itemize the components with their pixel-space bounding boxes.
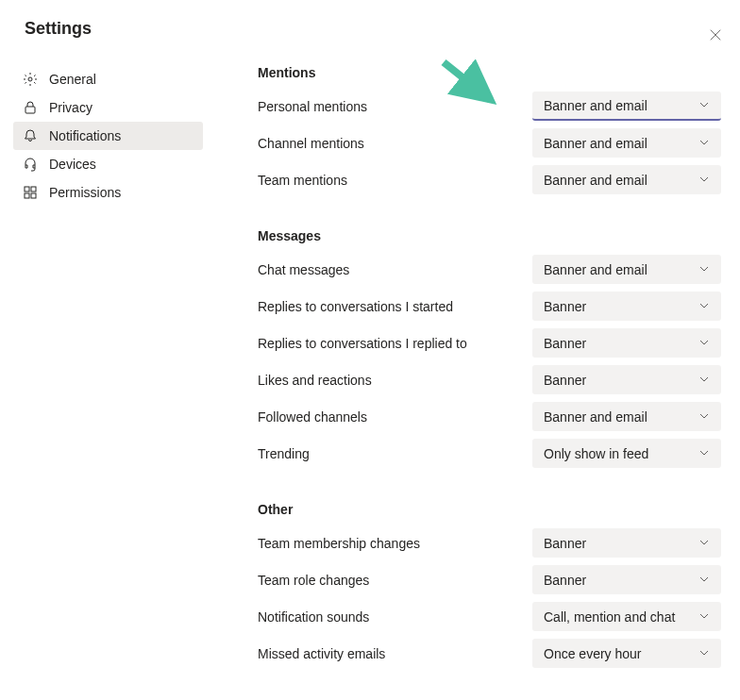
- label-channel-mentions: Channel mentions: [258, 136, 364, 151]
- chevron-down-icon: [698, 646, 710, 661]
- label-replies-started: Replies to conversations I started: [258, 299, 453, 314]
- chevron-down-icon: [698, 573, 710, 588]
- sidebar-item-general[interactable]: General: [13, 65, 203, 93]
- select-trending[interactable]: Only show in feed: [532, 439, 721, 468]
- label-team-mentions: Team mentions: [258, 173, 347, 188]
- content: Mentions Personal mentions Banner and em…: [203, 65, 740, 700]
- sidebar-item-permissions[interactable]: Permissions: [13, 178, 203, 207]
- svg-rect-3: [25, 107, 35, 113]
- row-trending: Trending Only show in feed: [258, 439, 721, 468]
- label-trending: Trending: [258, 446, 310, 461]
- svg-rect-7: [31, 193, 36, 198]
- select-replies-replied[interactable]: Banner: [532, 328, 721, 358]
- chevron-down-icon: [698, 262, 710, 277]
- label-likes-reactions: Likes and reactions: [258, 373, 372, 388]
- section-header-other: Other: [258, 502, 721, 517]
- sidebar-item-label: Permissions: [49, 185, 121, 200]
- row-channel-mentions: Channel mentions Banner and email: [258, 128, 721, 158]
- close-button[interactable]: [708, 28, 723, 43]
- row-team-membership-changes: Team membership changes Banner: [258, 528, 721, 558]
- select-value: Only show in feed: [544, 446, 648, 461]
- label-notification-sounds: Notification sounds: [258, 609, 369, 625]
- row-personal-mentions: Personal mentions Banner and email: [258, 92, 721, 121]
- headset-icon: [23, 157, 38, 172]
- row-notification-sounds: Notification sounds Call, mention and ch…: [258, 602, 721, 631]
- select-value: Banner: [544, 573, 586, 588]
- sidebar: General Privacy Notifications Devices Pe…: [0, 65, 203, 700]
- chevron-down-icon: [698, 609, 710, 625]
- chevron-down-icon: [698, 536, 710, 551]
- sidebar-item-notifications[interactable]: Notifications: [13, 122, 203, 150]
- sidebar-item-label: Notifications: [49, 128, 121, 143]
- close-icon: [709, 28, 722, 42]
- select-value: Banner and email: [544, 409, 648, 425]
- page-title: Settings: [25, 19, 740, 39]
- chevron-down-icon: [698, 173, 710, 188]
- select-followed-channels[interactable]: Banner and email: [532, 402, 721, 431]
- row-followed-channels: Followed channels Banner and email: [258, 402, 721, 431]
- sidebar-item-devices[interactable]: Devices: [13, 150, 203, 178]
- chevron-down-icon: [698, 373, 710, 388]
- label-team-role-changes: Team role changes: [258, 573, 369, 588]
- chevron-down-icon: [698, 409, 710, 425]
- select-value: Banner: [544, 373, 586, 388]
- chevron-down-icon: [698, 336, 710, 351]
- select-team-mentions[interactable]: Banner and email: [532, 165, 721, 194]
- select-value: Once every hour: [544, 646, 642, 661]
- row-team-mentions: Team mentions Banner and email: [258, 165, 721, 194]
- select-likes-reactions[interactable]: Banner: [532, 365, 721, 394]
- gear-icon: [23, 72, 38, 87]
- select-chat-messages[interactable]: Banner and email: [532, 255, 721, 284]
- select-missed-activity-emails[interactable]: Once every hour: [532, 639, 721, 668]
- select-value: Banner: [544, 336, 586, 351]
- sidebar-item-privacy[interactable]: Privacy: [13, 93, 203, 122]
- select-personal-mentions[interactable]: Banner and email: [532, 92, 721, 121]
- select-notification-sounds[interactable]: Call, mention and chat: [532, 602, 721, 631]
- apps-icon: [23, 185, 38, 200]
- sidebar-item-label: General: [49, 72, 96, 87]
- svg-rect-6: [25, 193, 29, 198]
- sidebar-item-label: Devices: [49, 157, 96, 172]
- bell-icon: [23, 128, 38, 143]
- select-channel-mentions[interactable]: Banner and email: [532, 128, 721, 158]
- row-team-role-changes: Team role changes Banner: [258, 565, 721, 594]
- row-likes-reactions: Likes and reactions Banner: [258, 365, 721, 394]
- lock-icon: [23, 100, 38, 115]
- select-value: Banner and email: [544, 262, 648, 277]
- label-team-membership-changes: Team membership changes: [258, 536, 420, 551]
- label-missed-activity-emails: Missed activity emails: [258, 646, 385, 661]
- select-value: Banner and email: [544, 173, 648, 188]
- svg-point-2: [28, 77, 32, 81]
- row-missed-activity-emails: Missed activity emails Once every hour: [258, 639, 721, 668]
- label-personal-mentions: Personal mentions: [258, 99, 367, 114]
- svg-rect-5: [31, 187, 36, 192]
- chevron-down-icon: [698, 98, 710, 113]
- section-header-mentions: Mentions: [258, 65, 721, 80]
- select-value: Banner: [544, 299, 586, 314]
- chevron-down-icon: [698, 446, 710, 461]
- select-replies-started[interactable]: Banner: [532, 292, 721, 321]
- select-team-role-changes[interactable]: Banner: [532, 565, 721, 594]
- row-chat-messages: Chat messages Banner and email: [258, 255, 721, 284]
- row-replies-started: Replies to conversations I started Banne…: [258, 292, 721, 321]
- select-value: Banner and email: [544, 136, 648, 151]
- chevron-down-icon: [698, 136, 710, 151]
- label-followed-channels: Followed channels: [258, 409, 367, 425]
- label-replies-replied: Replies to conversations I replied to: [258, 336, 467, 351]
- row-replies-replied: Replies to conversations I replied to Ba…: [258, 328, 721, 358]
- select-value: Call, mention and chat: [544, 609, 675, 625]
- select-team-membership-changes[interactable]: Banner: [532, 528, 721, 558]
- chevron-down-icon: [698, 299, 710, 314]
- sidebar-item-label: Privacy: [49, 100, 92, 115]
- svg-rect-4: [25, 187, 29, 192]
- header: Settings: [0, 0, 740, 39]
- section-header-messages: Messages: [258, 228, 721, 243]
- select-value: Banner: [544, 536, 586, 551]
- select-value: Banner and email: [544, 98, 648, 113]
- label-chat-messages: Chat messages: [258, 262, 349, 277]
